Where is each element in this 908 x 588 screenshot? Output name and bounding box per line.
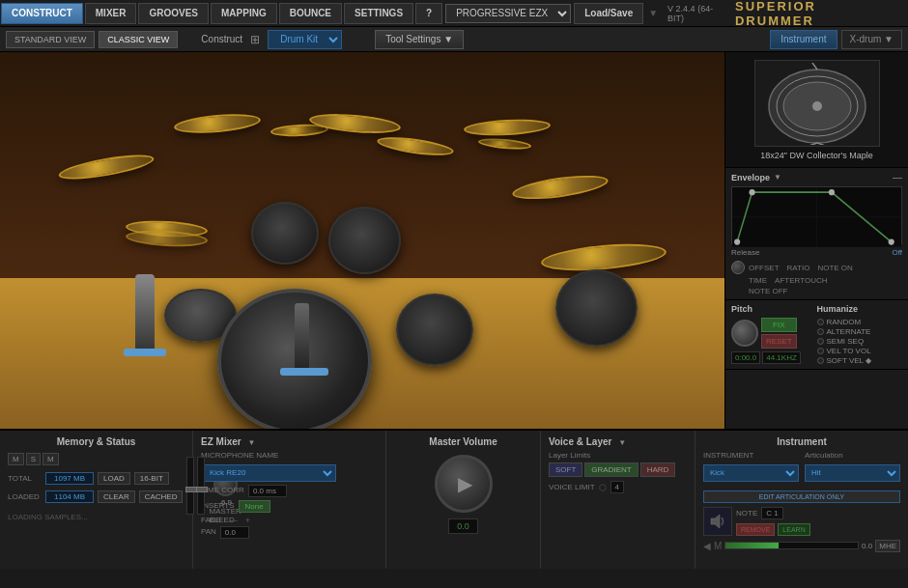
- humanize-radio-veltovol[interactable]: [817, 348, 824, 354]
- tom-floor-1[interactable]: [555, 269, 638, 347]
- release-value: Off: [892, 248, 902, 257]
- gradient-button[interactable]: GRADIENT: [584, 462, 638, 477]
- mhe-icon-left[interactable]: ◀: [703, 541, 711, 551]
- svg-line-5: [798, 143, 817, 145]
- tab-construct[interactable]: CONSTRUCT: [1, 3, 83, 24]
- tom-floor-2[interactable]: [396, 294, 473, 366]
- view-bar: STANDARD VIEW CLASSIC VIEW Construct ⊞ D…: [0, 27, 908, 52]
- noteoff-option[interactable]: NOTE OFF: [749, 287, 787, 295]
- fade-minus[interactable]: —: [229, 516, 238, 525]
- mhe-button[interactable]: MHE: [875, 540, 900, 552]
- loading-text: LOADING SAMPLES...: [8, 513, 183, 521]
- humanize-radio-random[interactable]: [817, 319, 824, 325]
- fader-track-1[interactable]: [186, 457, 194, 515]
- envelope-svg: [732, 187, 901, 247]
- load-button[interactable]: LOAD: [98, 472, 130, 485]
- articulation-col-title: Articulation: [805, 451, 900, 460]
- ezmixer-arrow[interactable]: ▼: [247, 438, 255, 447]
- preset-select[interactable]: PROGRESSIVE EZX: [445, 4, 571, 23]
- ezmixer-title: EZ Mixer ▼: [201, 436, 378, 447]
- speaker-button[interactable]: [703, 507, 732, 536]
- remove-learn-row: REMOVE LEARN: [736, 521, 810, 536]
- tab-bounce[interactable]: BOUNCE: [279, 3, 342, 24]
- tab-mapping[interactable]: MAPPING: [211, 3, 277, 24]
- voice-arrow[interactable]: ▼: [618, 438, 626, 447]
- mic-select[interactable]: Kick RE20: [201, 464, 336, 482]
- mem-icon-m2[interactable]: M: [43, 453, 59, 465]
- aftertouch-option[interactable]: AFTERTOUCH: [775, 276, 827, 285]
- loaded-memory-row: LOADED 1104 MB CLEAR CACHED: [8, 490, 183, 503]
- pan-row: PAN 0.0: [201, 526, 378, 539]
- tom-high[interactable]: [251, 202, 319, 265]
- instrument-button[interactable]: Instrument: [770, 30, 837, 49]
- envelope-minimize[interactable]: —: [893, 172, 902, 182]
- mhe-meter-fill: [725, 543, 779, 548]
- remove-button[interactable]: REMOVE: [736, 523, 775, 536]
- master-title: Master Volume: [429, 436, 497, 447]
- inserts-value[interactable]: None: [239, 500, 270, 513]
- noteon-option[interactable]: NOTE ON: [817, 264, 852, 272]
- fader-track-2[interactable]: [197, 457, 205, 515]
- soft-button[interactable]: SOFT: [549, 462, 582, 477]
- loadsave-button[interactable]: Load/Save: [574, 3, 643, 24]
- note-label: NOTE: [736, 509, 757, 518]
- humanize-radio-softvel[interactable]: [817, 357, 824, 364]
- tab-mixer[interactable]: MIXER: [85, 3, 137, 24]
- tom-mid[interactable]: [328, 207, 401, 274]
- tab-grooves[interactable]: GROOVES: [138, 3, 209, 24]
- envelope-knob[interactable]: [731, 261, 745, 274]
- freq-value: 44.1KHZ: [762, 351, 801, 364]
- pitch-knob[interactable]: [731, 320, 758, 347]
- version-text: V 2.4.4 (64-BIT): [667, 4, 729, 23]
- tab-settings[interactable]: SETTINGS: [344, 3, 413, 24]
- instrument-select[interactable]: Kick: [703, 464, 799, 482]
- tool-settings-button[interactable]: Tool Settings ▼: [375, 30, 464, 49]
- xdrum-button[interactable]: X-drum ▼: [841, 30, 902, 49]
- svg-point-11: [734, 239, 740, 245]
- time-corr-value: 0.0 ms: [248, 485, 287, 497]
- time-option[interactable]: TIME: [749, 276, 767, 285]
- classic-view-button[interactable]: CLASSIC VIEW: [99, 31, 178, 48]
- articulation-select[interactable]: Hit: [805, 464, 900, 482]
- cached-button[interactable]: CACHED: [139, 490, 184, 503]
- humanize-label-random: RANDOM: [827, 318, 862, 326]
- kick-pedal[interactable]: [280, 368, 328, 376]
- mem-icon-m[interactable]: M: [8, 453, 24, 465]
- offset-option[interactable]: OFFSET: [749, 264, 780, 272]
- reset-button[interactable]: RESET: [761, 334, 797, 349]
- standard-view-button[interactable]: STANDARD VIEW: [6, 31, 95, 48]
- learn-button[interactable]: LEARN: [778, 523, 809, 536]
- play-button[interactable]: ▶: [435, 455, 493, 513]
- svg-point-14: [889, 239, 894, 245]
- bit-button[interactable]: 16-BIT: [134, 472, 169, 485]
- voice-limit-icon: ⬡: [599, 483, 607, 492]
- envelope-labels: Release Off: [731, 248, 902, 257]
- edit-articulation-button[interactable]: EDIT ARTICULATION ONLY: [703, 490, 900, 503]
- construct-label: Construct: [201, 34, 242, 44]
- hard-button[interactable]: HARD: [640, 462, 676, 477]
- fade-plus[interactable]: +: [245, 516, 250, 525]
- humanize-radio-semiseq[interactable]: [817, 338, 824, 345]
- svg-point-12: [750, 189, 755, 195]
- envelope-graph: [731, 186, 902, 244]
- note-value: C 1: [761, 507, 782, 519]
- kit-select[interactable]: Drum Kit: [268, 30, 342, 49]
- fix-button[interactable]: FIX: [761, 318, 797, 332]
- voice-limit-value: 4: [610, 481, 624, 493]
- clear-button[interactable]: CLEAR: [98, 490, 135, 503]
- master-value: 0.0: [448, 518, 478, 534]
- master-volume-section: Master Volume ▶ 0.0: [386, 431, 541, 569]
- mem-icon-s[interactable]: S: [26, 453, 41, 465]
- time-corr-row: TIME CORR 0.0 ms: [201, 485, 378, 497]
- inserts-label: INSERTS: [201, 501, 235, 510]
- instrument-col: INSTRUMENT Kick: [703, 451, 799, 482]
- fader-thumb-2: [196, 487, 208, 492]
- tab-help[interactable]: ?: [415, 3, 442, 24]
- pan-label: PAN: [201, 527, 216, 536]
- drum-kit-container: [0, 52, 724, 429]
- drum-kit-area[interactable]: [0, 52, 724, 429]
- hihat-pedal[interactable]: [124, 349, 166, 356]
- construct-icon: ⊞: [250, 33, 260, 46]
- humanize-radio-alternate[interactable]: [817, 328, 824, 335]
- ratio-option[interactable]: RATIO: [787, 264, 810, 272]
